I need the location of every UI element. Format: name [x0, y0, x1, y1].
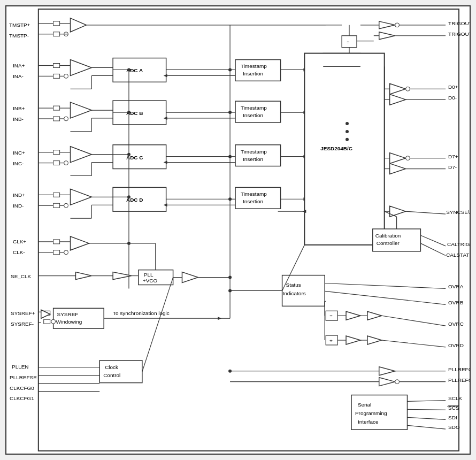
- label-clock-ctrl-1: Clock: [105, 364, 118, 370]
- label-ts-insert-4-2: Insertion: [243, 198, 263, 204]
- label-sysref-win-2: Windowing: [56, 319, 82, 325]
- svg-rect-53: [53, 203, 60, 208]
- label-status-2: Indicators: [283, 290, 306, 296]
- label-trigout-plus: TRIGOUT+: [448, 20, 470, 26]
- label-spi-2: Programming: [355, 410, 387, 416]
- label-spi-3: Interface: [358, 419, 379, 425]
- svg-rect-160: [44, 319, 50, 324]
- label-clock-ctrl-2: Control: [103, 372, 120, 378]
- svg-rect-2: [53, 32, 60, 36]
- svg-rect-24: [53, 106, 60, 110]
- label-sdo: SDO: [448, 424, 460, 430]
- label-d0-minus: D0-: [448, 95, 457, 101]
- label-ts-insert-2-1: Timestamp: [241, 105, 267, 111]
- label-ts-insert-3-2: Insertion: [243, 156, 263, 162]
- label-clk-plus: CLK+: [13, 239, 26, 244]
- label-sysref-minus: SYSREF-: [11, 321, 34, 327]
- label-pllen: PLLEN: [12, 364, 29, 370]
- label-se-clk: SE_CLK: [11, 273, 31, 279]
- label-pllrefse: PLLREFSE: [10, 374, 37, 380]
- svg-point-40: [64, 161, 68, 165]
- label-inb-minus: INB-: [13, 116, 24, 122]
- label-ts-insert-3-1: Timestamp: [241, 149, 267, 155]
- svg-rect-25: [53, 117, 60, 121]
- label-inb-plus: INB+: [13, 105, 25, 111]
- label-clkcfg0: CLKCFG0: [10, 385, 34, 391]
- label-ovrb: OVRB: [448, 300, 464, 305]
- svg-point-141: [406, 156, 410, 160]
- svg-point-130: [346, 122, 349, 125]
- label-sysref-win-1: SYSREF: [57, 311, 79, 317]
- svg-point-131: [346, 130, 349, 133]
- label-inc-minus: INC-: [13, 160, 24, 166]
- label-d7-minus: D7-: [448, 164, 457, 170]
- label-ts-insert-2-2: Insertion: [243, 112, 263, 118]
- label-sysref-plus: SYSREF+: [11, 310, 35, 316]
- label-inc-plus: INC+: [13, 150, 25, 156]
- label-cal-2: Controller: [377, 240, 400, 246]
- label-ina-plus: INA+: [13, 63, 25, 68]
- label-ovrc: OVRC: [448, 321, 464, 327]
- label-ovrd: OVRD: [448, 342, 464, 348]
- svg-rect-11: [53, 74, 60, 78]
- label-d7-plus: D7+: [448, 154, 458, 159]
- svg-point-134: [406, 87, 410, 91]
- svg-rect-1: [53, 21, 60, 26]
- label-trigout-minus: TRIGOUT-: [448, 31, 470, 37]
- label-clk-minus: CLK-: [13, 249, 25, 255]
- label-tmstp-plus: TMSTP+: [9, 22, 30, 28]
- label-ind-plus: IND+: [13, 192, 25, 198]
- label-spi-1: Serial: [358, 402, 371, 408]
- svg-point-26: [64, 117, 68, 121]
- svg-point-132: [346, 138, 349, 141]
- label-sclk: SCLK: [448, 395, 462, 401]
- svg-rect-39: [53, 161, 60, 165]
- label-sdi: SDI: [448, 415, 457, 420]
- label-div-ovrd: ÷: [329, 338, 333, 343]
- svg-point-54: [64, 203, 68, 208]
- label-syncse: SYNCSE\: [446, 209, 470, 215]
- svg-point-172: [228, 289, 232, 292]
- label-pllrefo-minus: PLLREFO-: [448, 377, 470, 383]
- svg-point-197: [228, 370, 232, 373]
- svg-point-193: [395, 380, 400, 384]
- label-ts-insert-1-1: Timestamp: [241, 63, 267, 69]
- svg-rect-10: [53, 63, 60, 67]
- label-jesd-1: JESD204B/C: [320, 145, 352, 151]
- svg-point-120: [395, 23, 400, 27]
- svg-point-169: [228, 276, 232, 279]
- label-pll-vco-2: +VCO: [143, 278, 158, 283]
- label-ts-insert-1-2: Insertion: [243, 71, 263, 76]
- svg-rect-52: [53, 193, 60, 197]
- label-pllrefo-plus: PLLREFO+: [448, 366, 470, 372]
- svg-rect-67: [53, 250, 60, 255]
- svg-rect-66: [53, 240, 60, 244]
- label-ts-insert-4-1: Timestamp: [241, 191, 267, 197]
- label-calstat: CALSTAT: [446, 252, 469, 258]
- label-divider-top: ÷: [347, 39, 350, 45]
- svg-rect-38: [53, 150, 60, 155]
- label-ina-minus: INA-: [13, 73, 24, 79]
- label-ind-minus: IND-: [13, 203, 24, 209]
- label-status-1: Status: [286, 282, 301, 288]
- label-ovra: OVRA: [448, 283, 464, 289]
- label-tmstp-minus: TMSTP-: [9, 33, 29, 39]
- label-caltrig: CALTRIG: [447, 241, 470, 247]
- label-cal-1: Calibration: [375, 233, 401, 239]
- label-d0-plus: D0+: [448, 84, 458, 90]
- svg-point-161: [51, 319, 56, 324]
- label-div-ovrc: ÷: [329, 313, 333, 319]
- label-clkcfg1: CLKCFG1: [10, 395, 34, 401]
- diagram-container: TMSTP+ TMSTP- INA+ INA- INB+ INB- INC+ I…: [5, 5, 471, 455]
- svg-point-12: [64, 74, 68, 78]
- label-pll-vco-1: PLL: [144, 272, 153, 278]
- svg-point-68: [64, 250, 68, 255]
